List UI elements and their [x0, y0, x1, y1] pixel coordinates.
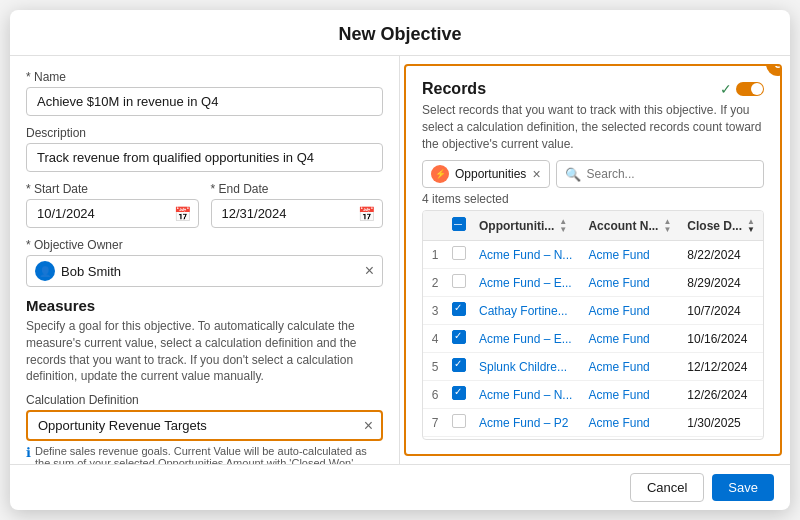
- row-close-date: 12/26/2024: [679, 381, 763, 409]
- row-check-cell[interactable]: [447, 241, 471, 269]
- account-link[interactable]: Acme Fund: [588, 248, 649, 262]
- owner-name: Bob Smith: [61, 264, 365, 279]
- row-opportunity: Acme Fund – E...: [471, 325, 580, 353]
- row-num: 7: [423, 409, 447, 437]
- account-link[interactable]: Acme Fund: [588, 304, 649, 318]
- th-account[interactable]: Account N... ▲▼: [580, 211, 679, 241]
- account-link[interactable]: Acme Fund: [588, 388, 649, 402]
- end-date-group: * End Date 📅: [211, 182, 384, 228]
- table-row: 3 Cathay Fortine... Acme Fund 10/7/2024: [423, 297, 763, 325]
- records-table-body: 1 Acme Fund – N... Acme Fund 8/22/2024 2…: [423, 241, 763, 437]
- owner-field-group: * Objective Owner 👤 Bob Smith ×: [26, 238, 383, 287]
- measures-desc: Specify a goal for this objective. To au…: [26, 318, 383, 385]
- date-row: * Start Date 📅 * End Date 📅: [26, 182, 383, 228]
- name-label: * Name: [26, 70, 383, 84]
- calc-def-group: Calculation Definition Opportunity Reven…: [26, 393, 383, 464]
- right-panel: 3 Records ✓ Select records that you want…: [404, 64, 782, 456]
- row-check-cell[interactable]: [447, 409, 471, 437]
- th-close-date[interactable]: Close D... ▲▼: [679, 211, 763, 241]
- row-checkbox[interactable]: [452, 414, 466, 428]
- calc-hint-text: Define sales revenue goals. Current Valu…: [35, 445, 383, 464]
- desc-input[interactable]: [26, 143, 383, 172]
- start-date-label: * Start Date: [26, 182, 199, 196]
- modal-footer: Cancel Save: [10, 464, 790, 510]
- badge-3: 3: [766, 64, 782, 76]
- calc-def-clear-button[interactable]: ×: [364, 417, 373, 435]
- end-date-input[interactable]: [211, 199, 384, 228]
- table-row: 5 Splunk Childre... Acme Fund 12/12/2024: [423, 353, 763, 381]
- left-panel: * Name Description * Start Date 📅 * E: [10, 56, 400, 464]
- row-check-cell[interactable]: [447, 297, 471, 325]
- opportunity-link[interactable]: Acme Fund – P2: [479, 416, 568, 430]
- row-account: Acme Fund: [580, 325, 679, 353]
- row-close-date: 10/7/2024: [679, 297, 763, 325]
- row-checkbox[interactable]: [452, 386, 466, 400]
- owner-wrap: 👤 Bob Smith ×: [26, 255, 383, 287]
- filter-type-icon: ⚡: [431, 165, 449, 183]
- th-opportunity[interactable]: Opportuniti... ▲▼: [471, 211, 580, 241]
- th-opportunity-label: Opportuniti...: [479, 219, 554, 233]
- row-account: Acme Fund: [580, 241, 679, 269]
- row-num: 4: [423, 325, 447, 353]
- measures-title: Measures: [26, 297, 383, 314]
- filter-pill[interactable]: ⚡ Opportunities ×: [422, 160, 550, 188]
- table-row: 7 Acme Fund – P2 Acme Fund 1/30/2025: [423, 409, 763, 437]
- opportunity-link[interactable]: Cathay Fortine...: [479, 304, 568, 318]
- cancel-button[interactable]: Cancel: [630, 473, 704, 502]
- select-all-checkbox[interactable]: [452, 217, 466, 231]
- row-checkbox[interactable]: [452, 246, 466, 260]
- account-link[interactable]: Acme Fund: [588, 276, 649, 290]
- opportunity-link[interactable]: Acme Fund – E...: [479, 276, 572, 290]
- account-link[interactable]: Acme Fund: [588, 360, 649, 374]
- row-close-date: 10/16/2024: [679, 325, 763, 353]
- calc-def-text: Opportunity Revenue Targets: [38, 418, 351, 433]
- end-date-wrap: 📅: [211, 199, 384, 228]
- table-row: 2 Acme Fund – E... Acme Fund 8/29/2024: [423, 269, 763, 297]
- opportunity-link[interactable]: Acme Fund – N...: [479, 248, 572, 262]
- opportunity-link[interactable]: Acme Fund – E...: [479, 332, 572, 346]
- row-num: 2: [423, 269, 447, 297]
- row-close-date: 8/22/2024: [679, 241, 763, 269]
- row-checkbox[interactable]: [452, 358, 466, 372]
- table-header-row: Opportuniti... ▲▼ Account N...: [423, 211, 763, 241]
- row-checkbox[interactable]: [452, 330, 466, 344]
- opportunity-link[interactable]: Acme Fund – N...: [479, 388, 572, 402]
- owner-clear-button[interactable]: ×: [365, 263, 374, 279]
- save-button[interactable]: Save: [712, 474, 774, 501]
- row-opportunity: Acme Fund – N...: [471, 241, 580, 269]
- search-input[interactable]: [587, 167, 755, 181]
- modal-body: * Name Description * Start Date 📅 * E: [10, 56, 790, 464]
- row-check-cell[interactable]: [447, 325, 471, 353]
- records-header: Records ✓: [422, 80, 764, 98]
- new-objective-modal: New Objective * Name Description * Start…: [10, 10, 790, 510]
- th-check[interactable]: [447, 211, 471, 241]
- close-date-sort-icon: ▲▼: [747, 218, 755, 234]
- opportunity-link[interactable]: Splunk Childre...: [479, 360, 567, 374]
- row-account: Acme Fund: [580, 269, 679, 297]
- account-link[interactable]: Acme Fund: [588, 416, 649, 430]
- toggle-button[interactable]: [736, 82, 764, 96]
- row-account: Acme Fund: [580, 381, 679, 409]
- row-close-date: 12/12/2024: [679, 353, 763, 381]
- start-date-input[interactable]: [26, 199, 199, 228]
- records-toggle: ✓: [720, 81, 764, 97]
- row-check-cell[interactable]: [447, 269, 471, 297]
- filter-clear-button[interactable]: ×: [532, 166, 540, 182]
- th-close-date-label: Close D...: [687, 219, 742, 233]
- account-link[interactable]: Acme Fund: [588, 332, 649, 346]
- row-account: Acme Fund: [580, 297, 679, 325]
- row-checkbox[interactable]: [452, 274, 466, 288]
- desc-label: Description: [26, 126, 383, 140]
- row-check-cell[interactable]: [447, 353, 471, 381]
- row-opportunity: Acme Fund – E...: [471, 269, 580, 297]
- filter-label: Opportunities: [455, 167, 526, 181]
- table-row: 1 Acme Fund – N... Acme Fund 8/22/2024: [423, 241, 763, 269]
- row-opportunity: Acme Fund – N...: [471, 381, 580, 409]
- search-box: 🔍: [556, 160, 764, 188]
- name-input[interactable]: [26, 87, 383, 116]
- table-head: Opportuniti... ▲▼ Account N...: [423, 211, 763, 241]
- row-checkbox[interactable]: [452, 302, 466, 316]
- table-row: 6 Acme Fund – N... Acme Fund 12/26/2024: [423, 381, 763, 409]
- row-check-cell[interactable]: [447, 381, 471, 409]
- th-num: [423, 211, 447, 241]
